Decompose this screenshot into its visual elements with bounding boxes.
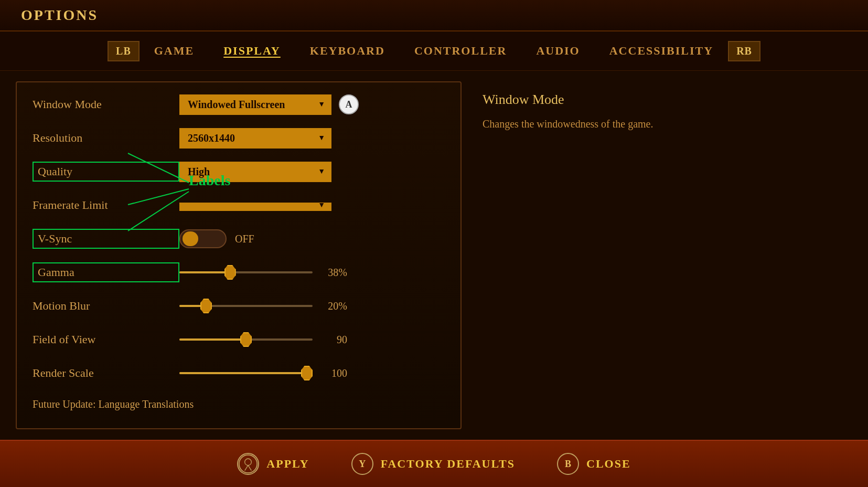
dropdown-quality-wrapper: High ▼ <box>179 162 331 182</box>
label-gamma: Gamma <box>33 262 179 282</box>
slider-fov-value: 90 <box>321 334 347 346</box>
control-motion-blur: 20% <box>179 300 445 312</box>
info-description: Changes the windowedness of the game. <box>483 116 831 132</box>
slider-gamma-fill <box>179 271 230 273</box>
control-gamma: 38% <box>179 267 445 279</box>
dropdown-quality[interactable]: High <box>179 162 331 182</box>
apply-action[interactable]: APPLY <box>237 453 309 475</box>
control-resolution: 2560x1440 ▼ <box>179 128 445 149</box>
slider-gamma-track <box>179 271 313 273</box>
future-update-note: Future Update: Language Translations <box>17 390 460 419</box>
dropdown-window-mode-wrapper: Windowed Fullscreen ▼ <box>179 94 331 115</box>
y-icon-letter: Y <box>359 459 366 470</box>
control-vsync: OFF <box>179 229 445 248</box>
setting-row-fov: Field of View 90 <box>17 323 460 356</box>
dropdown-framerate-wrapper: ▼ <box>179 199 331 211</box>
info-title: Window Mode <box>483 92 831 108</box>
label-motion-blur: Motion Blur <box>33 299 179 313</box>
tab-game[interactable]: GAME <box>140 44 209 58</box>
slider-render-scale-wrapper: 100 <box>179 367 347 379</box>
setting-row-framerate: Framerate Limit ▼ <box>17 188 460 222</box>
slider-render-scale-track <box>179 372 313 374</box>
label-fov: Field of View <box>33 333 179 346</box>
slider-motion-blur-thumb[interactable] <box>200 299 212 313</box>
label-framerate: Framerate Limit <box>33 198 179 212</box>
lb-button[interactable]: LB <box>108 41 140 61</box>
tab-display[interactable]: DISPLAY <box>209 44 295 58</box>
setting-row-motion-blur: Motion Blur 20% <box>17 289 460 323</box>
factory-defaults-label: FACTORY DEFAULTS <box>381 457 515 471</box>
slider-fov-thumb[interactable] <box>240 332 252 347</box>
rb-button[interactable]: RB <box>728 41 760 61</box>
tab-accessibility[interactable]: ACCESSIBILITY <box>595 44 728 58</box>
dropdown-window-mode[interactable]: Windowed Fullscreen <box>179 94 331 115</box>
slider-motion-blur-wrapper: 20% <box>179 300 347 312</box>
control-render-scale: 100 <box>179 367 445 379</box>
b-icon: B <box>557 453 579 475</box>
control-quality: High ▼ <box>179 162 445 182</box>
ls-icon <box>237 453 259 475</box>
tab-audio[interactable]: AUDIO <box>521 44 594 58</box>
slider-gamma-wrapper: 38% <box>179 267 347 279</box>
toggle-vsync-knob <box>183 231 198 246</box>
b-icon-letter: B <box>565 459 571 470</box>
label-render-scale: Render Scale <box>33 366 179 380</box>
slider-fov-track <box>179 338 313 341</box>
slider-render-scale-fill <box>179 372 313 374</box>
setting-row-vsync: V-Sync OFF <box>17 222 460 256</box>
settings-panel: Window Mode Windowed Fullscreen ▼ A Reso… <box>16 81 462 429</box>
dropdown-resolution-wrapper: 2560x1440 ▼ <box>179 128 331 149</box>
page-title: OPTIONS <box>21 7 98 24</box>
y-icon: Y <box>351 453 373 475</box>
factory-defaults-action[interactable]: Y FACTORY DEFAULTS <box>351 453 515 475</box>
slider-motion-blur-value: 20% <box>321 300 347 312</box>
slider-gamma-value: 38% <box>321 267 347 279</box>
setting-row-quality: Quality High ▼ <box>17 155 460 188</box>
dropdown-resolution[interactable]: 2560x1440 <box>179 128 331 149</box>
slider-motion-blur-track <box>179 305 313 307</box>
svg-point-4 <box>245 459 252 465</box>
svg-line-6 <box>248 465 251 471</box>
nav-tabs: LB GAME DISPLAY KEYBOARD CONTROLLER AUDI… <box>0 31 868 71</box>
apply-label: APPLY <box>266 457 309 471</box>
controller-hint-a: A <box>339 94 359 114</box>
slider-render-scale-value: 100 <box>321 367 347 379</box>
future-update-text: Future Update: Language Translations <box>33 398 194 410</box>
slider-render-scale-thumb[interactable] <box>301 366 313 380</box>
svg-point-3 <box>239 455 257 473</box>
footer-bar: APPLY Y FACTORY DEFAULTS B CLOSE <box>0 440 868 487</box>
toggle-vsync[interactable] <box>179 229 227 248</box>
tab-keyboard[interactable]: KEYBOARD <box>295 44 400 58</box>
tab-controller[interactable]: CONTROLLER <box>400 44 521 58</box>
info-panel: Window Mode Changes the windowedness of … <box>462 81 852 429</box>
label-vsync: V-Sync <box>33 229 179 249</box>
setting-row-render-scale: Render Scale 100 <box>17 356 460 390</box>
close-action[interactable]: B CLOSE <box>557 453 631 475</box>
label-resolution: Resolution <box>33 131 179 145</box>
slider-fov-wrapper: 90 <box>179 334 347 346</box>
setting-row-resolution: Resolution 2560x1440 ▼ <box>17 121 460 155</box>
setting-row-window-mode: Window Mode Windowed Fullscreen ▼ A <box>17 88 460 121</box>
dropdown-framerate[interactable] <box>179 203 331 211</box>
toggle-vsync-wrapper: OFF <box>179 229 254 248</box>
control-fov: 90 <box>179 334 445 346</box>
close-label: CLOSE <box>586 457 631 471</box>
ls-icon-svg <box>238 453 258 475</box>
control-window-mode: Windowed Fullscreen ▼ A <box>179 94 445 115</box>
svg-line-5 <box>245 465 248 471</box>
label-quality: Quality <box>33 162 179 182</box>
toggle-vsync-label: OFF <box>235 233 254 245</box>
control-framerate: ▼ <box>179 199 445 211</box>
slider-fov-fill <box>179 338 246 341</box>
label-window-mode: Window Mode <box>33 98 179 111</box>
main-content: Window Mode Windowed Fullscreen ▼ A Reso… <box>0 71 868 440</box>
top-bar: OPTIONS <box>0 0 868 31</box>
setting-row-gamma: Gamma 38% <box>17 256 460 289</box>
slider-gamma-thumb[interactable] <box>224 265 236 280</box>
